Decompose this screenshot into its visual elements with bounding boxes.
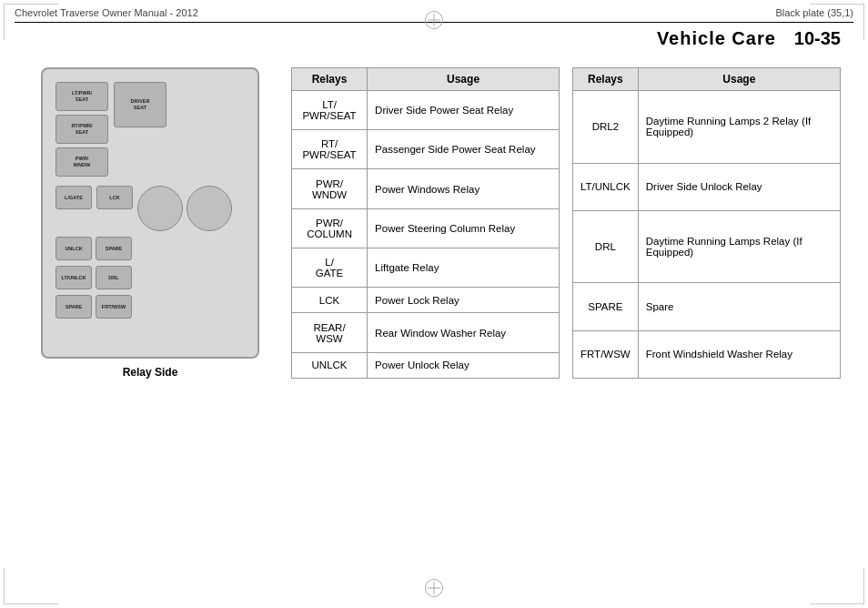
left-row-7-relay: UNLCK [292, 352, 368, 378]
left-table-row: LCKPower Lock Relay [292, 288, 560, 313]
right-table-row: DRLDaytime Running Lamps Relay (If Equip… [573, 210, 841, 283]
right-table-row: SPARESpare [573, 283, 841, 330]
relay-block-lt-pwr-seat: LT/PWR/SEAT [56, 82, 108, 111]
relay-block-lgate: L/GATE [56, 186, 92, 209]
right-row-4-relay: FRT/WSW [573, 330, 639, 378]
main-content: LT/PWR/SEAT RT/PWR/SEAT PWR/WNDW DRIVERS… [0, 58, 868, 388]
left-row-1-relay: RT/ PWR/SEAT [292, 130, 368, 169]
diagram-right-relays [137, 186, 232, 231]
left-row-5-relay: LCK [292, 288, 368, 313]
diagram-top-row: LT/PWR/SEAT RT/PWR/SEAT PWR/WNDW DRIVERS… [52, 78, 248, 180]
left-row-5-usage: Power Lock Relay [368, 288, 560, 313]
diagram-label: Relay Side [123, 366, 178, 379]
left-row-7-usage: Power Unlock Relay [368, 352, 560, 378]
left-row-4-relay: L/GATE [292, 248, 368, 287]
diagram-left-stack: LT/PWR/SEAT RT/PWR/SEAT PWR/WNDW [56, 82, 108, 177]
right-row-3-relay: SPARE [573, 283, 639, 330]
left-table-row: PWR/WNDWPower Windows Relay [292, 169, 560, 208]
right-table-row: FRT/WSWFront Windshield Washer Relay [573, 330, 841, 378]
left-row-4-usage: Liftgate Relay [368, 248, 560, 287]
left-row-2-relay: PWR/WNDW [292, 169, 368, 208]
right-row-0-usage: Daytime Running Lamps 2 Relay (If Equipp… [638, 91, 840, 164]
relay-block-spare2: SPARE [56, 295, 92, 319]
relay-block-rt-pwr-seat: RT/PWR/SEAT [56, 115, 108, 144]
left-table-row: LT/ PWR/SEATDriver Side Power Seat Relay [292, 91, 560, 130]
diagram-area: LT/PWR/SEAT RT/PWR/SEAT PWR/WNDW DRIVERS… [27, 67, 273, 379]
border-corner-tl [4, 4, 58, 40]
relay-block-pwr-wndw: PWR/WNDW [56, 147, 108, 177]
right-row-1-usage: Driver Side Unlock Relay [638, 163, 840, 210]
left-table-row: UNLCKPower Unlock Relay [292, 352, 560, 378]
left-relay-table: Relays Usage LT/ PWR/SEATDriver Side Pow… [291, 67, 560, 379]
relay-block-driver-seat: DRIVERSEAT [114, 82, 167, 127]
left-table-row: PWR/ COLUMNPower Steering Column Relay [292, 208, 560, 248]
relay-block-lck: LCK [96, 186, 133, 209]
right-table-col2-header: Usage [638, 68, 840, 91]
left-row-2-usage: Power Windows Relay [368, 169, 560, 208]
border-corner-br [810, 568, 864, 604]
fuse-diagram: LT/PWR/SEAT RT/PWR/SEAT PWR/WNDW DRIVERS… [41, 67, 259, 359]
right-table-col1-header: Relays [573, 68, 639, 91]
right-row-2-usage: Daytime Running Lamps Relay (If Equipped… [638, 210, 840, 283]
right-row-2-relay: DRL [573, 210, 639, 283]
border-corner-bl [4, 568, 58, 604]
registration-bottom [425, 579, 443, 597]
right-table-row: LT/UNLCKDriver Side Unlock Relay [573, 163, 841, 210]
left-table-row: RT/ PWR/SEATPassenger Side Power Seat Re… [292, 130, 560, 169]
left-row-1-usage: Passenger Side Power Seat Relay [368, 130, 560, 169]
right-row-1-relay: LT/UNLCK [573, 163, 639, 210]
left-table-col2-header: Usage [368, 68, 560, 91]
left-row-0-relay: LT/ PWR/SEAT [292, 91, 368, 130]
relay-round-2 [187, 186, 232, 231]
relay-block-lt-unlck: LT/UNLCK [56, 266, 92, 289]
relay-block-drl: DRL [96, 266, 132, 289]
relay-block-spare1: SPARE [96, 237, 132, 260]
right-row-3-usage: Spare [638, 283, 840, 330]
left-row-0-usage: Driver Side Power Seat Relay [368, 91, 560, 130]
page-title: Vehicle Care [657, 28, 776, 49]
relay-block-frt-wsw: FRT/WSW [96, 295, 132, 319]
right-row-0-relay: DRL2 [573, 91, 639, 164]
left-table-row: L/GATELiftgate Relay [292, 248, 560, 287]
left-row-6-relay: REAR/WSW [292, 313, 368, 352]
diagram-row5: SPARE FRT/WSW [52, 295, 248, 319]
border-corner-tr [810, 4, 864, 40]
left-row-3-usage: Power Steering Column Relay [368, 208, 560, 248]
right-relay-table: Relays Usage DRL2Daytime Running Lamps 2… [572, 67, 841, 379]
relay-round-1 [137, 186, 183, 231]
diagram-row3: UNLCK SPARE [52, 237, 248, 260]
diagram-row4: LT/UNLCK DRL [52, 266, 248, 289]
relay-block-unlck: UNLCK [56, 237, 92, 260]
left-row-3-relay: PWR/ COLUMN [292, 208, 368, 248]
left-table-col1-header: Relays [292, 68, 368, 91]
diagram-right-area: DRIVERSEAT [114, 82, 167, 177]
right-row-4-usage: Front Windshield Washer Relay [638, 330, 840, 378]
tables-area: Relays Usage LT/ PWR/SEATDriver Side Pow… [291, 67, 841, 379]
registration-top [425, 11, 443, 29]
diagram-middle-row: L/GATE LCK [52, 186, 248, 231]
left-table-row: REAR/WSWRear Window Washer Relay [292, 313, 560, 352]
left-row-6-usage: Rear Window Washer Relay [368, 313, 560, 352]
right-table-row: DRL2Daytime Running Lamps 2 Relay (If Eq… [573, 91, 841, 164]
